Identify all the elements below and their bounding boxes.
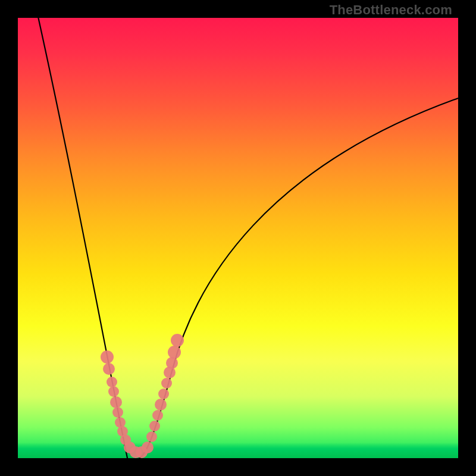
bead <box>110 396 122 408</box>
curve-canvas <box>18 18 458 458</box>
chart-frame <box>18 18 458 458</box>
bead <box>142 441 154 453</box>
bead <box>171 334 184 347</box>
bead <box>161 378 172 389</box>
bead <box>103 363 115 375</box>
bead <box>101 350 114 364</box>
bead <box>168 346 181 359</box>
bead <box>146 431 157 442</box>
bead <box>149 421 160 431</box>
bead <box>166 357 178 369</box>
bead <box>152 410 163 421</box>
bead <box>155 399 167 411</box>
left-curve <box>36 18 139 458</box>
bead-group <box>101 334 184 458</box>
right-curve <box>137 98 458 458</box>
bead <box>107 377 117 387</box>
bead <box>158 389 169 399</box>
bead <box>108 386 119 397</box>
watermark-text: TheBottleneck.com <box>330 2 452 18</box>
bead <box>112 407 123 418</box>
